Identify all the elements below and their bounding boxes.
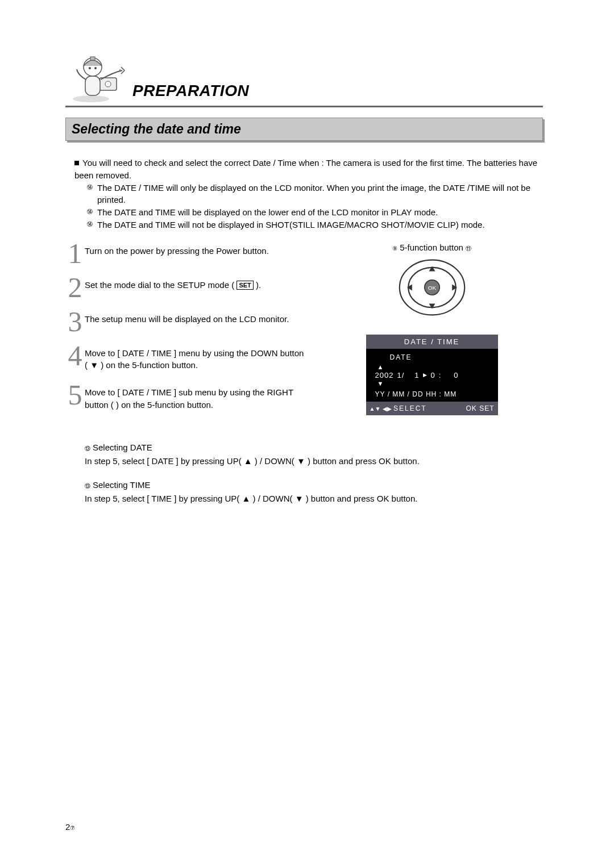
triangle-right-icon: ▶ [423, 372, 428, 378]
lcd-values-row: 2002 1/ 1 ▶ 0 : 0 [375, 371, 491, 379]
circle-bullet-icon: ⑭ [87, 206, 97, 219]
intro-block: You will need to check and select the co… [74, 157, 543, 231]
square-bullet-icon [74, 161, 79, 165]
set-mode-icon: SET [237, 281, 253, 290]
step-1: 1 Turn on the power by pressing the Powe… [65, 243, 307, 264]
ref-number-right: ⑪ [466, 245, 471, 252]
step-number: 5 [65, 384, 85, 411]
svg-rect-5 [90, 57, 95, 60]
lcd-title: DATE / TIME [366, 335, 498, 349]
step-number: 4 [65, 345, 85, 372]
lcd-day: 1 [414, 371, 419, 379]
lcd-hour: 0 [431, 371, 435, 379]
svg-text:OK: OK [428, 285, 436, 291]
lcd-screen: DATE / TIME DATE ▲ 2002 1/ 1 ▶ 0 : 0 [366, 335, 498, 415]
step-number: 1 [65, 243, 85, 264]
step-2: 2 Set the mode dial to the SETUP mode ( … [65, 277, 307, 298]
step-number: 3 [65, 311, 85, 332]
lcd-month: 1/ [397, 371, 404, 379]
svg-rect-3 [85, 76, 100, 95]
step-text: Move to [ DATE / TIME ] menu by using th… [85, 345, 307, 372]
circle-bullet-icon: ⑭ [87, 219, 97, 231]
section-title: Selecting the date and time [72, 122, 537, 137]
note-selecting-date: ⑬Selecting DATE In step 5, select [ DATE… [85, 441, 543, 468]
step-5: 5 Move to [ DATE / TIME ] sub menu by us… [65, 384, 307, 411]
step-number: 2 [65, 277, 85, 298]
intro-bullet: The DATE and TIME will be displayed on t… [97, 206, 543, 219]
step-text: Turn on the power by pressing the Power … [85, 243, 269, 264]
lcd-up-arrow: ▲ [377, 364, 491, 370]
step-4: 4 Move to [ DATE / TIME ] menu by using … [65, 345, 307, 372]
intro-lead: You will need to check and select the co… [74, 158, 537, 180]
lcd-date-label: DATE [390, 353, 491, 361]
dpad-illustration: OK [321, 256, 543, 321]
step-3: 3 The setup menu will be displayed on th… [65, 311, 307, 332]
lcd-okset-label: OK SET [466, 404, 494, 412]
chapter-title: PREPARATION [132, 82, 249, 100]
lcd-down-arrow: ▼ [377, 380, 491, 387]
leftright-icon: ◀▶ [383, 406, 392, 412]
mascot-illustration [65, 47, 128, 103]
intro-bullet: The DATE and TIME will not be displayed … [97, 219, 543, 231]
note-marker-icon: ⑬ [85, 483, 90, 489]
lcd-format-row: YY / MM / DD HH : MM [375, 390, 491, 398]
lcd-year: 2002 [375, 371, 394, 379]
lcd-select-label: SELECT [393, 404, 427, 412]
note-heading: Selecting DATE [93, 443, 152, 452]
five-function-label: ⑨ 5-function button ⑪ [321, 243, 543, 253]
section-heading-box: Selecting the date and time [65, 118, 543, 141]
note-body: In step 5, select [ DATE ] by pressing U… [85, 454, 543, 468]
lcd-footer: ▲▼ ◀▶ SELECT OK SET [366, 402, 498, 415]
intro-bullet: The DATE / TIME will only be displayed o… [97, 182, 543, 207]
page-number: 2⑦ [65, 822, 75, 832]
step-text: Set the mode dial to the SETUP mode ( SE… [85, 277, 261, 298]
svg-point-6 [89, 67, 91, 69]
circle-bullet-icon: ⑭ [87, 182, 97, 207]
note-marker-icon: ⑬ [85, 445, 90, 452]
step-text: The setup menu will be displayed on the … [85, 311, 289, 332]
step-text: Move to [ DATE / TIME ] sub menu by usin… [85, 384, 307, 411]
ref-number-left: ⑨ [392, 245, 397, 252]
note-body: In step 5, select [ TIME ] by pressing U… [85, 492, 543, 506]
svg-point-7 [94, 67, 97, 69]
svg-point-2 [105, 81, 111, 87]
note-heading: Selecting TIME [93, 480, 150, 490]
updown-icon: ▲▼ [370, 406, 381, 412]
svg-point-0 [73, 95, 109, 102]
note-selecting-time: ⑬Selecting TIME In step 5, select [ TIME… [85, 478, 543, 506]
lcd-min: 0 [454, 371, 458, 379]
